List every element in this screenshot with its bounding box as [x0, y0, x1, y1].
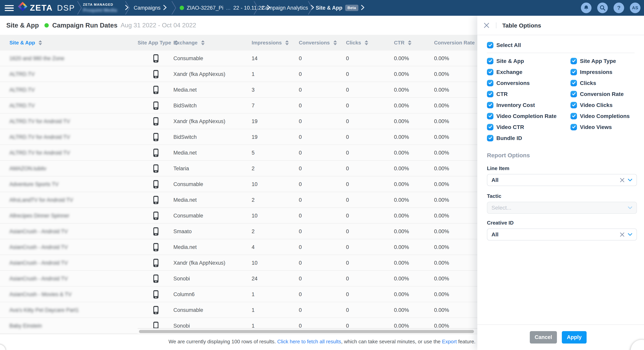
user-avatar[interactable]: AS: [630, 2, 640, 13]
breadcrumb-account-name: Proquint Media: [83, 8, 117, 13]
horizontal-scrollbar-track[interactable]: [138, 328, 477, 334]
export-link[interactable]: Export: [442, 338, 457, 344]
sort-icon[interactable]: [365, 40, 368, 45]
breadcrumb-separator: [77, 1, 82, 15]
campaign-status-dot: [180, 6, 184, 10]
column-checkbox-video-completion-rate[interactable]: [487, 113, 494, 119]
divider: [477, 324, 644, 325]
apply-button[interactable]: Apply: [562, 331, 586, 344]
footer-text-after: feature.: [457, 338, 475, 344]
tactic-select[interactable]: Select...: [487, 202, 637, 214]
cancel-button[interactable]: Cancel: [530, 331, 557, 344]
cell-exchange: Consumable: [174, 176, 203, 192]
column-checkbox-exchange[interactable]: [487, 69, 494, 75]
select-all-label[interactable]: Select All: [496, 42, 521, 48]
help-button[interactable]: ?: [614, 2, 624, 13]
column-checkbox-video-ctr[interactable]: [487, 124, 494, 130]
line-item-select[interactable]: All: [487, 174, 637, 186]
clear-icon[interactable]: [620, 178, 624, 182]
column-checkbox-label[interactable]: Conversions: [496, 80, 530, 86]
column-checkbox-label[interactable]: Video CTR: [496, 124, 524, 130]
column-header-conversion-rate[interactable]: Conversion Rate: [434, 35, 482, 50]
column-checkbox-bundle-id[interactable]: [487, 135, 494, 142]
cell-conversions: 0: [299, 82, 302, 98]
column-checkbox-label[interactable]: Clicks: [580, 80, 596, 86]
column-checkbox-conversions[interactable]: [487, 80, 494, 86]
cell-impressions: 4: [252, 239, 254, 255]
mobile-device-icon: [153, 306, 158, 314]
corner-widget[interactable]: [631, 340, 644, 350]
column-checkbox-label[interactable]: Site App Type: [580, 58, 616, 64]
breadcrumb-managed-account[interactable]: ZETA MANAGED Proquint Media: [83, 0, 128, 16]
column-checkbox-label[interactable]: Impressions: [580, 69, 612, 75]
notifications-button[interactable]: [581, 2, 592, 13]
breadcrumb-site-app[interactable]: Site & App Beta: [316, 0, 364, 16]
cell-ctr: 0.00%: [394, 145, 409, 161]
cell-exchange: Media.net: [174, 239, 197, 255]
column-checkbox-video-completions[interactable]: [570, 113, 577, 119]
select-all-checkbox[interactable]: [487, 42, 494, 48]
column-checkbox-video-views[interactable]: [570, 124, 577, 130]
breadcrumb-campaign-analytics[interactable]: Campaign Analytics: [262, 0, 314, 16]
cell-conversions: 0: [299, 302, 302, 318]
sort-icon[interactable]: [201, 40, 205, 45]
sort-icon[interactable]: [38, 40, 42, 45]
column-header-site-app-type[interactable]: Site App Type: [138, 35, 178, 50]
column-checkbox-label[interactable]: Inventory Cost: [496, 102, 535, 108]
column-checkbox-label[interactable]: Exchange: [496, 69, 522, 75]
chevron-down-icon[interactable]: [628, 233, 632, 236]
column-checkbox-ctr[interactable]: [487, 91, 494, 97]
mobile-device-icon: [153, 180, 158, 188]
column-header-impressions[interactable]: Impressions: [252, 35, 289, 50]
question-mark-icon: ?: [617, 5, 620, 11]
sort-icon[interactable]: [334, 40, 337, 45]
cell-clicks: 0: [346, 145, 349, 161]
cell-clicks: 0: [346, 82, 349, 98]
column-header-clicks[interactable]: Clicks: [346, 35, 368, 50]
column-checkbox-clicks[interactable]: [570, 80, 577, 86]
column-checkbox-label[interactable]: Video Completion Rate: [496, 113, 556, 119]
column-checkbox-label[interactable]: Video Clicks: [580, 102, 612, 108]
cell-conversion-rate: 0.00%: [434, 145, 449, 161]
horizontal-scrollbar-thumb[interactable]: [139, 330, 474, 333]
close-icon[interactable]: [484, 23, 489, 28]
column-header-exchange[interactable]: Exchange: [174, 35, 205, 50]
column-checkbox-impressions[interactable]: [570, 69, 577, 75]
cell-conversion-rate: 0.00%: [434, 239, 449, 255]
column-header-site-app[interactable]: Site & App: [10, 35, 42, 50]
column-checkbox-label[interactable]: Conversion Rate: [580, 91, 624, 97]
sort-icon[interactable]: [408, 40, 412, 45]
tactic-label: Tactic: [487, 193, 501, 199]
cell-site-app: AMAZON.tubitv: [10, 161, 46, 176]
cell-clicks: 0: [346, 192, 349, 208]
column-checkbox-site-app-type[interactable]: [570, 58, 577, 64]
brand-zeta: ZETA: [30, 3, 53, 12]
mobile-device-icon: [153, 133, 158, 141]
hamburger-menu-icon[interactable]: [5, 5, 14, 11]
column-checkbox-label[interactable]: Video Views: [580, 124, 612, 130]
column-checkbox-site-app[interactable]: [487, 58, 494, 64]
breadcrumb-label: Campaign Analytics: [262, 5, 308, 11]
creative-id-select[interactable]: All: [487, 228, 637, 240]
column-header-conversions[interactable]: Conversions: [299, 35, 337, 50]
cell-conversions: 0: [299, 286, 302, 302]
column-checkbox-label[interactable]: Bundle ID: [496, 135, 522, 142]
column-checkbox-label[interactable]: CTR: [496, 91, 508, 97]
clear-icon[interactable]: [620, 232, 624, 237]
sort-icon[interactable]: [285, 40, 289, 45]
column-checkbox-conversion-rate[interactable]: [570, 91, 577, 97]
search-button[interactable]: [597, 2, 608, 13]
column-checkbox-label[interactable]: Site & App: [496, 58, 524, 64]
column-checkbox-inventory-cost[interactable]: [487, 102, 494, 108]
column-checkbox-label[interactable]: Video Completions: [580, 113, 630, 119]
cell-conversion-rate: 0.00%: [434, 82, 449, 98]
cell-impressions: 10: [252, 255, 258, 271]
cell-impressions: 14: [252, 50, 258, 66]
corner-widget-left[interactable]: [0, 344, 6, 350]
column-header-ctr[interactable]: CTR: [394, 35, 412, 50]
column-checkbox-video-clicks[interactable]: [570, 102, 577, 108]
fetch-all-results-link[interactable]: Click here to fetch all results: [277, 338, 341, 344]
breadcrumb-campaigns[interactable]: Campaigns: [134, 0, 166, 16]
zeta-logo-icon[interactable]: [18, 2, 27, 11]
chevron-down-icon[interactable]: [628, 179, 632, 182]
